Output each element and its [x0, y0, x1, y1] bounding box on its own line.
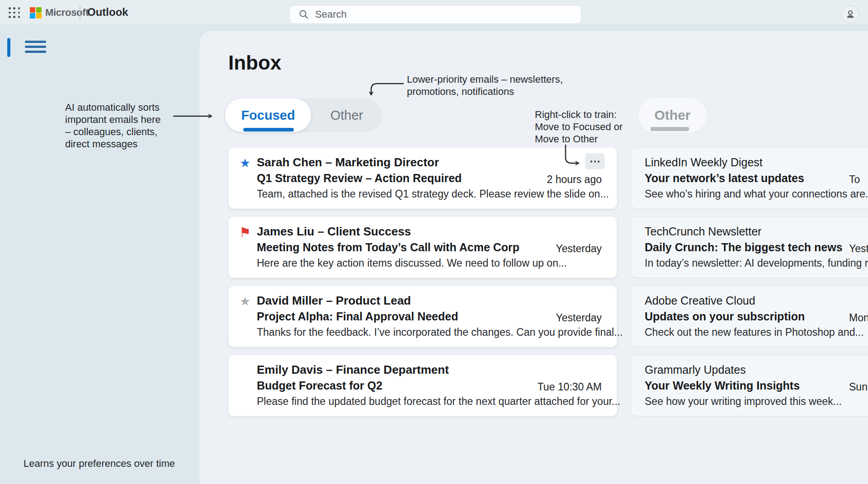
email-card[interactable]: ★ David Miller – Product Lead Project Al… [228, 286, 617, 347]
annotation-other: Lower-priority emails – newsletters, pro… [407, 73, 563, 98]
email-card[interactable]: Grammarly Updates Your Weekly Writing In… [631, 355, 868, 416]
annotation-focused: AI automatically sorts important emails … [65, 101, 161, 150]
other-column-label-text: Other [654, 108, 690, 122]
email-subject: Your Weekly Writing Insights [645, 378, 816, 394]
annotation-train: Right-click to train: Move to Focused or… [535, 108, 623, 145]
email-sender: LinkedIn Weekly Digest [645, 155, 816, 170]
search-icon [299, 9, 309, 19]
email-card[interactable]: ⚑ James Liu – Client Success Meeting Not… [228, 216, 617, 278]
email-subject: Budget Forecast for Q2 [257, 378, 549, 394]
flag-icon[interactable]: ⚑ [238, 225, 252, 240]
email-subject: Q1 Strategy Review – Action Required [257, 170, 549, 186]
brand-divider [80, 6, 80, 19]
tab-other[interactable]: Other [311, 99, 382, 132]
star-icon[interactable]: ★ [238, 156, 252, 170]
email-text: David Miller – Product Lead Project Alph… [257, 293, 549, 340]
person-icon [845, 9, 856, 20]
account-button[interactable] [841, 5, 859, 23]
more-options-button[interactable]: ⋯ [585, 153, 605, 169]
email-preview: Team, attached is the revised Q1 strateg… [257, 186, 549, 202]
microsoft-logo-icon [30, 7, 41, 19]
search-input[interactable] [315, 9, 559, 20]
email-sender: Grammarly Updates [645, 362, 816, 378]
email-preview: In today’s newsletter: AI developments, … [645, 255, 816, 271]
email-text: LinkedIn Weekly Digest Your network’s la… [645, 155, 816, 202]
email-preview: Here are the key action items discussed.… [257, 255, 549, 271]
email-time: Tue 10:30 AM [538, 381, 602, 393]
email-time: Sun [849, 381, 868, 393]
email-sender: Sarah Chen – Marketing Director [257, 155, 549, 170]
sidebar: Learns your preferences over time [0, 24, 200, 484]
search-box[interactable] [289, 5, 581, 24]
microsoft-label: Microsoft [45, 7, 89, 19]
email-card[interactable]: TechCrunch Newsletter Daily Crunch: The … [631, 216, 868, 278]
email-sender: James Liu – Client Success [257, 224, 549, 240]
app-title: Outlook [87, 6, 128, 19]
app-launcher-button[interactable] [8, 6, 21, 19]
email-subject: Daily Crunch: The biggest tech news [645, 240, 816, 255]
email-text: Emily Davis – Finance Department Budget … [257, 362, 549, 409]
email-card[interactable]: LinkedIn Weekly Digest Your network’s la… [631, 147, 868, 209]
other-column-underline [651, 127, 689, 131]
email-card[interactable]: Emily Davis – Finance Department Budget … [228, 355, 617, 416]
focused-email-list: ★ Sarah Chen – Marketing Director Q1 Str… [228, 147, 617, 424]
other-email-list: LinkedIn Weekly Digest Your network’s la… [631, 147, 868, 424]
email-time: 2 hours ago [547, 174, 602, 186]
menu-toggle-button[interactable] [25, 41, 46, 55]
email-preview: Please find the updated budget forecast … [257, 394, 549, 409]
email-sender: Adobe Creative Cloud [645, 293, 816, 309]
email-time: To [849, 174, 860, 186]
focused-tab-underline [243, 128, 294, 132]
email-sender: David Miller – Product Lead [257, 293, 549, 309]
email-card[interactable]: Adobe Creative Cloud Updates on your sub… [631, 286, 868, 347]
topbar: Microsoft Outlook [0, 0, 868, 24]
email-subject: Your network’s latest updates [645, 170, 816, 186]
page-title: Inbox [228, 52, 281, 74]
outlook-window: Microsoft Outlook Learns your preference… [0, 0, 868, 484]
email-text: Sarah Chen – Marketing Director Q1 Strat… [257, 155, 549, 202]
email-sender: Emily Davis – Finance Department [257, 362, 549, 378]
email-card[interactable]: ★ Sarah Chen – Marketing Director Q1 Str… [228, 147, 617, 209]
star-icon[interactable]: ★ [238, 294, 252, 309]
email-text: Adobe Creative Cloud Updates on your sub… [645, 293, 816, 340]
email-subject: Project Alpha: Final Approval Needed [257, 309, 549, 324]
email-sender: TechCrunch Newsletter [645, 224, 816, 240]
inbox-tab-group: Focused Other [225, 99, 382, 132]
tab-focused-label: Focused [241, 108, 295, 122]
email-subject: Meeting Notes from Today’s Call with Acm… [257, 240, 549, 255]
email-text: Grammarly Updates Your Weekly Writing In… [645, 362, 816, 409]
email-preview: See how your writing improved this week.… [645, 394, 816, 409]
learns-preferences-note: Learns your preferences over time [24, 457, 175, 470]
tab-focused[interactable]: Focused [225, 99, 311, 132]
email-preview: Thanks for the feedback. I’ve incorporat… [257, 324, 549, 340]
other-column-label[interactable]: Other [637, 97, 708, 133]
sidebar-accent-bar [7, 38, 10, 57]
email-time: Yest [849, 243, 868, 255]
email-time: Yesterday [556, 312, 602, 324]
email-subject: Updates on your subscription [645, 309, 816, 324]
email-preview: Check out the new features in Photoshop … [645, 324, 816, 340]
email-text: TechCrunch Newsletter Daily Crunch: The … [645, 224, 816, 271]
email-time: Yesterday [556, 243, 602, 255]
email-preview: See who’s hiring and what your connectio… [645, 186, 816, 202]
email-time: Mon [849, 312, 868, 324]
email-text: James Liu – Client Success Meeting Notes… [257, 224, 549, 271]
tab-other-label: Other [330, 108, 363, 122]
